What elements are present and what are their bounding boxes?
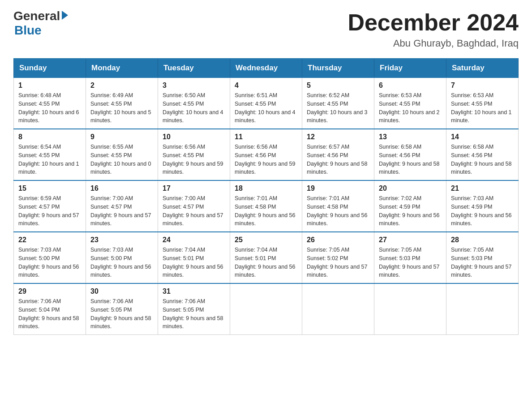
day-number: 30 xyxy=(90,287,153,295)
day-number: 29 xyxy=(18,287,81,295)
day-info: Sunrise: 7:05 AMSunset: 5:02 PMDaylight:… xyxy=(307,246,369,279)
calendar-cell: 13 Sunrise: 6:58 AMSunset: 4:56 PMDaylig… xyxy=(374,129,446,180)
day-info: Sunrise: 7:06 AMSunset: 5:04 PMDaylight:… xyxy=(18,297,81,331)
calendar-cell: 25 Sunrise: 7:04 AMSunset: 5:01 PMDaylig… xyxy=(230,232,302,283)
day-info: Sunrise: 7:06 AMSunset: 5:05 PMDaylight:… xyxy=(90,297,153,331)
calendar-cell: 24 Sunrise: 7:04 AMSunset: 5:01 PMDaylig… xyxy=(158,232,230,283)
header-sunday: Sunday xyxy=(14,59,86,77)
calendar-cell: 8 Sunrise: 6:54 AMSunset: 4:55 PMDayligh… xyxy=(14,129,86,180)
day-info: Sunrise: 6:54 AMSunset: 4:55 PMDaylight:… xyxy=(18,143,81,176)
calendar-cell: 18 Sunrise: 7:01 AMSunset: 4:58 PMDaylig… xyxy=(230,180,302,232)
calendar-cell: 20 Sunrise: 7:02 AMSunset: 4:59 PMDaylig… xyxy=(374,180,446,232)
day-info: Sunrise: 7:00 AMSunset: 4:57 PMDaylight:… xyxy=(90,194,153,228)
day-number: 22 xyxy=(18,236,81,244)
calendar-cell xyxy=(230,283,302,335)
day-info: Sunrise: 7:01 AMSunset: 4:58 PMDaylight:… xyxy=(307,194,369,228)
day-number: 18 xyxy=(235,184,297,193)
title-section: December 2024 Abu Ghurayb, Baghdad, Iraq xyxy=(348,9,519,49)
day-number: 9 xyxy=(90,133,153,141)
calendar-cell: 15 Sunrise: 6:59 AMSunset: 4:57 PMDaylig… xyxy=(14,180,86,232)
day-info: Sunrise: 6:50 AMSunset: 4:55 PMDaylight:… xyxy=(163,91,225,125)
calendar-cell: 30 Sunrise: 7:06 AMSunset: 5:05 PMDaylig… xyxy=(86,283,158,335)
header-thursday: Thursday xyxy=(302,59,374,77)
calendar-cell: 4 Sunrise: 6:51 AMSunset: 4:55 PMDayligh… xyxy=(230,77,302,129)
week-row-4: 22 Sunrise: 7:03 AMSunset: 5:00 PMDaylig… xyxy=(14,232,519,283)
day-info: Sunrise: 7:06 AMSunset: 5:05 PMDaylight:… xyxy=(163,297,225,331)
day-number: 7 xyxy=(451,81,514,90)
calendar-cell: 26 Sunrise: 7:05 AMSunset: 5:02 PMDaylig… xyxy=(302,232,374,283)
logo-blue: Blue xyxy=(14,23,42,38)
calendar-cell: 22 Sunrise: 7:03 AMSunset: 5:00 PMDaylig… xyxy=(14,232,86,283)
calendar-cell: 14 Sunrise: 6:58 AMSunset: 4:56 PMDaylig… xyxy=(446,129,519,180)
day-number: 16 xyxy=(90,184,153,193)
day-number: 21 xyxy=(451,184,514,193)
day-number: 4 xyxy=(235,81,297,90)
logo-general: General xyxy=(13,9,60,23)
day-number: 13 xyxy=(379,133,442,141)
calendar-cell: 27 Sunrise: 7:05 AMSunset: 5:03 PMDaylig… xyxy=(374,232,446,283)
day-number: 11 xyxy=(235,133,297,141)
day-number: 3 xyxy=(163,81,225,90)
day-info: Sunrise: 6:48 AMSunset: 4:55 PMDaylight:… xyxy=(18,91,81,125)
day-info: Sunrise: 7:02 AMSunset: 4:59 PMDaylight:… xyxy=(379,194,442,228)
day-info: Sunrise: 6:59 AMSunset: 4:57 PMDaylight:… xyxy=(18,194,81,228)
day-info: Sunrise: 7:01 AMSunset: 4:58 PMDaylight:… xyxy=(235,194,297,228)
day-info: Sunrise: 6:53 AMSunset: 4:55 PMDaylight:… xyxy=(379,91,442,125)
day-info: Sunrise: 6:56 AMSunset: 4:56 PMDaylight:… xyxy=(235,143,297,176)
calendar-cell: 7 Sunrise: 6:53 AMSunset: 4:55 PMDayligh… xyxy=(446,77,519,129)
calendar-cell: 6 Sunrise: 6:53 AMSunset: 4:55 PMDayligh… xyxy=(374,77,446,129)
day-number: 15 xyxy=(18,184,81,193)
logo: General Blue xyxy=(13,9,68,38)
calendar-cell xyxy=(374,283,446,335)
day-number: 6 xyxy=(379,81,442,90)
day-number: 20 xyxy=(379,184,442,193)
day-number: 14 xyxy=(451,133,514,141)
day-info: Sunrise: 6:49 AMSunset: 4:55 PMDaylight:… xyxy=(90,91,153,125)
header-tuesday: Tuesday xyxy=(158,59,230,77)
header-wednesday: Wednesday xyxy=(230,59,302,77)
calendar-cell: 5 Sunrise: 6:52 AMSunset: 4:55 PMDayligh… xyxy=(302,77,374,129)
day-number: 25 xyxy=(235,236,297,244)
day-info: Sunrise: 7:03 AMSunset: 4:59 PMDaylight:… xyxy=(451,194,514,228)
header-friday: Friday xyxy=(374,59,446,77)
day-number: 2 xyxy=(90,81,153,90)
day-info: Sunrise: 6:58 AMSunset: 4:56 PMDaylight:… xyxy=(451,143,514,176)
calendar-cell: 10 Sunrise: 6:56 AMSunset: 4:55 PMDaylig… xyxy=(158,129,230,180)
week-row-3: 15 Sunrise: 6:59 AMSunset: 4:57 PMDaylig… xyxy=(14,180,519,232)
day-number: 31 xyxy=(163,287,225,295)
calendar-cell: 31 Sunrise: 7:06 AMSunset: 5:05 PMDaylig… xyxy=(158,283,230,335)
calendar-cell xyxy=(302,283,374,335)
day-info: Sunrise: 6:53 AMSunset: 4:55 PMDaylight:… xyxy=(451,91,514,125)
logo-arrow-icon xyxy=(62,11,68,20)
day-number: 5 xyxy=(307,81,369,90)
calendar-cell: 28 Sunrise: 7:05 AMSunset: 5:03 PMDaylig… xyxy=(446,232,519,283)
calendar-title: December 2024 xyxy=(348,9,519,36)
day-info: Sunrise: 6:58 AMSunset: 4:56 PMDaylight:… xyxy=(379,143,442,176)
calendar-cell: 12 Sunrise: 6:57 AMSunset: 4:56 PMDaylig… xyxy=(302,129,374,180)
day-number: 10 xyxy=(163,133,225,141)
calendar-table: SundayMondayTuesdayWednesdayThursdayFrid… xyxy=(13,58,519,335)
day-number: 23 xyxy=(90,236,153,244)
calendar-cell xyxy=(446,283,519,335)
day-info: Sunrise: 7:04 AMSunset: 5:01 PMDaylight:… xyxy=(163,246,225,279)
calendar-cell: 19 Sunrise: 7:01 AMSunset: 4:58 PMDaylig… xyxy=(302,180,374,232)
page-header: General Blue December 2024 Abu Ghurayb, … xyxy=(13,9,519,49)
day-number: 1 xyxy=(18,81,81,90)
day-info: Sunrise: 7:04 AMSunset: 5:01 PMDaylight:… xyxy=(235,246,297,279)
day-info: Sunrise: 6:52 AMSunset: 4:55 PMDaylight:… xyxy=(307,91,369,125)
day-info: Sunrise: 7:03 AMSunset: 5:00 PMDaylight:… xyxy=(18,246,81,279)
day-info: Sunrise: 7:03 AMSunset: 5:00 PMDaylight:… xyxy=(90,246,153,279)
header-monday: Monday xyxy=(86,59,158,77)
calendar-header-row: SundayMondayTuesdayWednesdayThursdayFrid… xyxy=(14,59,519,77)
day-info: Sunrise: 6:56 AMSunset: 4:55 PMDaylight:… xyxy=(163,143,225,176)
week-row-2: 8 Sunrise: 6:54 AMSunset: 4:55 PMDayligh… xyxy=(14,129,519,180)
calendar-cell: 16 Sunrise: 7:00 AMSunset: 4:57 PMDaylig… xyxy=(86,180,158,232)
calendar-cell: 1 Sunrise: 6:48 AMSunset: 4:55 PMDayligh… xyxy=(14,77,86,129)
calendar-cell: 11 Sunrise: 6:56 AMSunset: 4:56 PMDaylig… xyxy=(230,129,302,180)
week-row-1: 1 Sunrise: 6:48 AMSunset: 4:55 PMDayligh… xyxy=(14,77,519,129)
day-info: Sunrise: 7:05 AMSunset: 5:03 PMDaylight:… xyxy=(379,246,442,279)
day-number: 8 xyxy=(18,133,81,141)
calendar-cell: 2 Sunrise: 6:49 AMSunset: 4:55 PMDayligh… xyxy=(86,77,158,129)
week-row-5: 29 Sunrise: 7:06 AMSunset: 5:04 PMDaylig… xyxy=(14,283,519,335)
calendar-cell: 23 Sunrise: 7:03 AMSunset: 5:00 PMDaylig… xyxy=(86,232,158,283)
